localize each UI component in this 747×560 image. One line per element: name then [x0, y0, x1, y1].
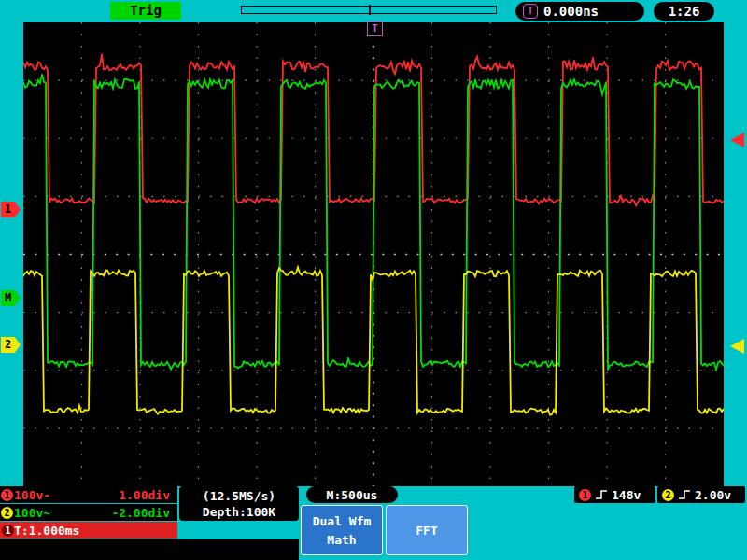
trig1-badge: 1: [579, 489, 591, 501]
clock: 1:26: [654, 2, 714, 21]
ch1-position-marker[interactable]: 1: [1, 202, 21, 217]
ch1-position: 1.00div: [119, 488, 170, 502]
ch2-position-marker[interactable]: 2: [1, 337, 21, 353]
fft-label: FFT: [416, 524, 437, 538]
period-channel-badge: 1: [2, 525, 14, 537]
slider-center-tick: [369, 5, 371, 15]
trig1-level: 148v: [612, 488, 641, 502]
trig2-badge: 2: [662, 489, 674, 501]
trigger-position-marker[interactable]: T: [367, 21, 383, 36]
ch2-info: 2 100v~ -2.00div: [0, 504, 177, 521]
ch1-volts: 100v-: [14, 488, 50, 502]
waveform-display: [23, 22, 724, 486]
ch2-trigger-level-arrow[interactable]: [730, 339, 744, 354]
period-readout: 1 T:1.000ms: [0, 522, 177, 539]
ch2-volts: 100v~: [14, 506, 50, 520]
dual-wfm-math-button[interactable]: Dual Wfm Math: [301, 505, 383, 555]
ch1-badge: 1: [1, 489, 13, 501]
ch1-trigger-info: 1 148v: [574, 486, 655, 503]
math-trace: [23, 71, 724, 370]
sample-rate: (12.5MS/s): [203, 489, 275, 503]
trigger-icon: T: [523, 4, 538, 19]
waveform-canvas: [23, 22, 724, 486]
memory-depth: Depth:100K: [203, 505, 275, 519]
rising-edge-icon: [678, 489, 691, 500]
fft-button[interactable]: FFT: [386, 505, 468, 555]
trig2-level: 2.00v: [695, 488, 731, 502]
horizontal-position-slider[interactable]: [241, 6, 497, 14]
dual-wfm-math-label-line1: Dual Wfm: [313, 514, 372, 528]
trigger-time-readout: T 0.000ns: [515, 2, 644, 21]
trig-status-button[interactable]: Trig: [110, 2, 181, 20]
timebase-readout: M:500us: [306, 486, 398, 503]
ch2-position: -2.00div: [111, 506, 170, 520]
period-value: T:1.000ms: [14, 524, 79, 538]
rising-edge-icon: [595, 489, 608, 500]
dual-wfm-math-label-line2: Math: [327, 533, 356, 547]
acquisition-info: (12.5MS/s) Depth:100K: [179, 486, 299, 521]
ch2-trigger-info: 2 2.00v: [657, 486, 745, 503]
ch1-info: 1 100v- 1.00div: [0, 486, 177, 503]
bottom-strip: [0, 539, 299, 560]
trigger-time-value: 0.000ns: [543, 4, 599, 19]
ch1-trigger-level-arrow[interactable]: [730, 133, 744, 147]
math-position-marker[interactable]: M: [1, 290, 21, 306]
ch2-badge: 2: [1, 507, 13, 519]
